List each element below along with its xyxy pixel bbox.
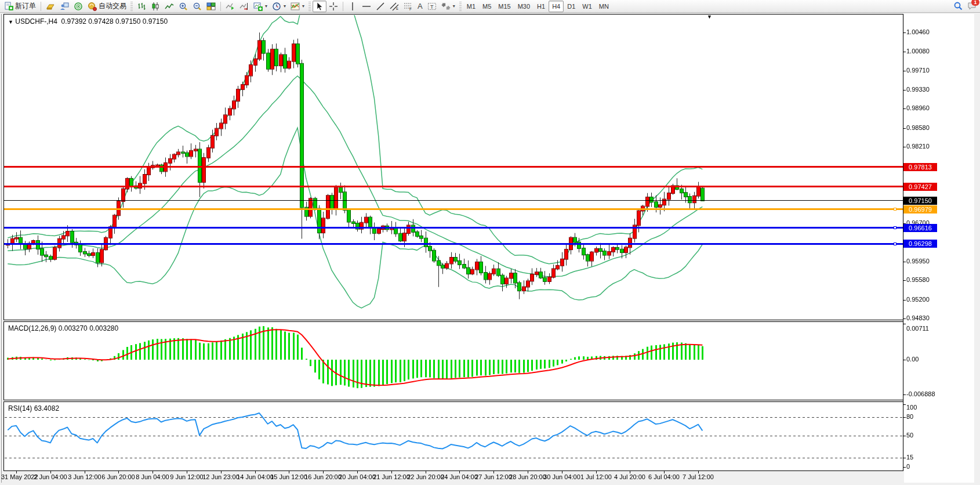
price-tick-label: 0.95580 [906, 276, 930, 283]
price-tick-mark [903, 147, 906, 147]
time-axis-label: 15 Jun 12:00 [270, 473, 307, 480]
price-tick-mark [903, 262, 906, 262]
price-tick-mark [903, 300, 906, 301]
macd-title: MACD(12,26,9) 0.003270 0.003280 [8, 324, 118, 332]
time-axis-label: 4 Jul 20:00 [614, 473, 645, 480]
price-tick-mark [903, 71, 906, 71]
time-axis-label: 31 May 2022 [1, 473, 38, 480]
trading-terminal-window: 新订单 自动交易 [0, 0, 980, 485]
rsi-tick-mark [903, 436, 906, 436]
price-tick-label: 0.98960 [906, 104, 930, 111]
macd-signal-value: 0.003280 [89, 324, 118, 332]
price-tick-label: 1.00080 [906, 48, 930, 55]
time-axis-label: 1 Jul 12:00 [580, 473, 612, 480]
price-tick-label: 0.95200 [906, 296, 930, 303]
rsi-tick-label: 100 [906, 404, 917, 411]
time-axis-label: 22 Jun 20:00 [407, 473, 444, 480]
price-tick-label: 0.94830 [906, 314, 930, 321]
rsi-title: RSI(14) 63.4082 [8, 404, 59, 412]
time-axis-label: 8 Jun 04:00 [136, 473, 169, 480]
price-level-tag: 0.96979 [903, 205, 937, 213]
time-axis-label: 21 Jun 12:00 [373, 473, 410, 480]
time-axis-label: 3 Jun 12:00 [68, 473, 101, 480]
price-tick-label: 1.00460 [906, 28, 930, 35]
time-axis-label: 20 Jun 04:00 [339, 473, 376, 480]
macd-tick-mark [903, 324, 906, 324]
rsi-tick-label: 80 [906, 413, 913, 420]
macd-tick-label: 0.00 [906, 356, 919, 363]
rsi-tick-mark [903, 417, 906, 418]
price-tick-label: 0.99710 [906, 67, 930, 74]
line-endpoint-handle[interactable] [894, 226, 896, 229]
price-level-tag: 0.97150 [903, 197, 937, 205]
price-tick-mark [903, 128, 906, 129]
price-tick-mark [903, 32, 906, 33]
chart-title: ▼ USDCHF-,H4 0.97392 0.97428 0.97150 0.9… [8, 17, 168, 26]
horizontal-level-line[interactable] [4, 227, 903, 229]
chart-ohlc-values: 0.97392 0.97428 0.97150 0.97150 [61, 17, 168, 26]
time-axis-label: 12 Jun 23:00 [202, 473, 239, 480]
macd-tick-mark [903, 394, 906, 395]
rsi-value: 63.4082 [34, 404, 59, 412]
rsi-tick-mark [903, 467, 906, 468]
macd-tick-mark [903, 360, 906, 360]
price-tick-mark [903, 280, 906, 281]
rsi-tick-mark [903, 404, 906, 405]
one-click-trading-toggle[interactable]: ▼ [8, 19, 13, 25]
rsi-label: RSI(14) [8, 404, 32, 412]
time-axis-label: 6 Jun 20:00 [101, 473, 135, 480]
chart-canvas[interactable] [0, 0, 980, 485]
time-axis-label: 9 Jun 12:00 [170, 473, 204, 480]
macd-tick-label: -0.006888 [906, 390, 935, 397]
price-level-tag: 0.96616 [903, 224, 937, 232]
line-endpoint-handle[interactable] [894, 208, 896, 211]
price-tick-mark [903, 90, 906, 91]
macd-label: MACD(12,26,9) [8, 324, 56, 332]
price-tick-mark [903, 318, 906, 319]
price-tick-label: 0.98580 [906, 124, 930, 131]
price-tick-mark [903, 108, 906, 109]
time-axis-label: 2 Jun 04:00 [34, 473, 67, 480]
macd-tick-label: 0.00711 [906, 325, 929, 332]
price-level-tag: 0.97813 [903, 163, 937, 171]
rsi-tick-label: 15 [906, 454, 913, 461]
time-axis-label: 7 Jul 12:00 [683, 473, 714, 480]
horizontal-level-line[interactable] [4, 243, 903, 245]
price-tick-label: 0.98210 [906, 143, 930, 150]
price-tick-mark [903, 52, 906, 52]
time-axis-label: 28 Jun 20:00 [509, 473, 546, 480]
price-level-tag: 0.96298 [903, 240, 937, 248]
rsi-tick-label: 0 [906, 463, 910, 470]
time-axis-label: 24 Jun 04:00 [441, 473, 478, 480]
time-axis-label: 6 Jul 04:00 [648, 473, 680, 480]
horizontal-level-line[interactable] [4, 186, 903, 187]
horizontal-level-line[interactable] [4, 208, 903, 210]
horizontal-level-line[interactable] [4, 166, 903, 168]
price-shift-marker[interactable]: ▼ [707, 15, 712, 20]
time-axis-label: 16 Jun 20:00 [304, 473, 342, 480]
price-level-tag: 0.97427 [903, 183, 937, 191]
macd-main-value: 0.003270 [59, 324, 88, 332]
rsi-tick-mark [903, 458, 906, 458]
price-tick-label: 0.99330 [906, 86, 930, 93]
horizontal-level-line[interactable] [4, 200, 903, 201]
time-axis-label: 27 Jun 12:00 [475, 473, 512, 480]
chart-symbol-label: USDCHF-,H4 [15, 17, 57, 26]
line-endpoint-handle[interactable] [894, 242, 896, 245]
price-tick-label: 0.95950 [906, 258, 930, 265]
time-axis-label: 30 Jun 04:00 [543, 473, 580, 480]
rsi-tick-label: 50 [906, 432, 913, 439]
time-axis-label: 14 Jun 04:00 [237, 473, 274, 480]
